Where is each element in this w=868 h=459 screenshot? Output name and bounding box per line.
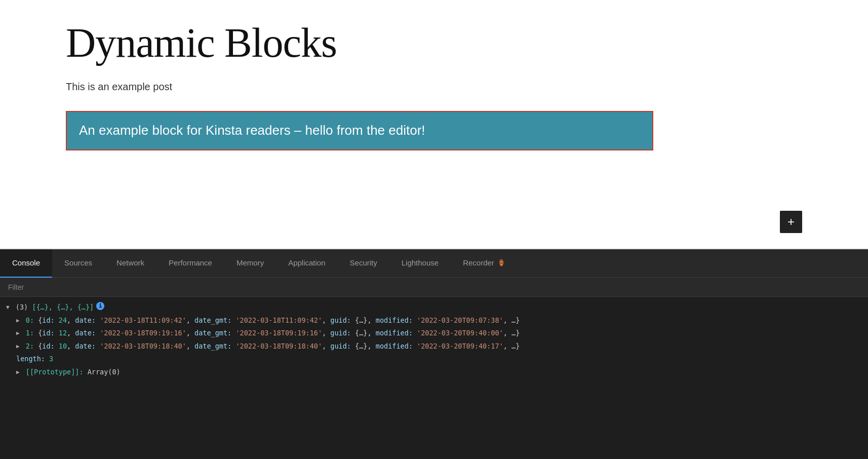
filter-bar (0, 278, 868, 297)
highlight-block: An example block for Kinsta readers – he… (66, 111, 653, 150)
tab-network[interactable]: Network (104, 249, 156, 278)
devtools-tab-bar: Console Sources Network Performance Memo… (0, 249, 868, 278)
tab-recorder[interactable]: Recorder 🏺 (451, 249, 518, 278)
console-item-1: ▶ 1: { id: 12 , date: '2022-03-18T09:19:… (0, 327, 868, 340)
page-content: Dynamic Blocks This is an example post A… (0, 0, 868, 248)
tab-lighthouse[interactable]: Lighthouse (389, 249, 451, 278)
console-prototype: ▶ [[Prototype]]: Array(0) (0, 366, 868, 379)
expand-arrow-1[interactable]: ▶ (16, 329, 20, 338)
page-subtitle: This is an example post (66, 81, 802, 93)
expand-arrow-array[interactable]: ▼ (6, 303, 10, 312)
info-icon[interactable]: i (96, 302, 104, 310)
console-array-header: ▼ (3) [{…}, {…}, {…}] i (0, 301, 868, 314)
devtools-panel: Console Sources Network Performance Memo… (0, 249, 868, 459)
tab-memory[interactable]: Memory (224, 249, 276, 278)
tab-security[interactable]: Security (338, 249, 389, 278)
tab-sources[interactable]: Sources (52, 249, 104, 278)
page-title: Dynamic Blocks (66, 20, 802, 66)
tab-application[interactable]: Application (276, 249, 337, 278)
tab-console[interactable]: Console (0, 249, 52, 278)
expand-arrow-0[interactable]: ▶ (16, 316, 20, 325)
expand-arrow-2[interactable]: ▶ (16, 342, 20, 351)
tab-performance[interactable]: Performance (156, 249, 224, 278)
console-length: length: 3 (0, 353, 868, 366)
expand-arrow-prototype[interactable]: ▶ (16, 368, 20, 377)
plus-button[interactable]: + (780, 211, 802, 233)
console-output: ▼ (3) [{…}, {…}, {…}] i ▶ 0: { id: 24 , … (0, 297, 868, 459)
console-filter-input[interactable] (8, 283, 109, 291)
recorder-icon: 🏺 (497, 259, 505, 266)
console-item-0: ▶ 0: { id: 24 , date: '2022-03-18T11:09:… (0, 314, 868, 327)
console-item-2: ▶ 2: { id: 10 , date: '2022-03-18T09:18:… (0, 340, 868, 353)
